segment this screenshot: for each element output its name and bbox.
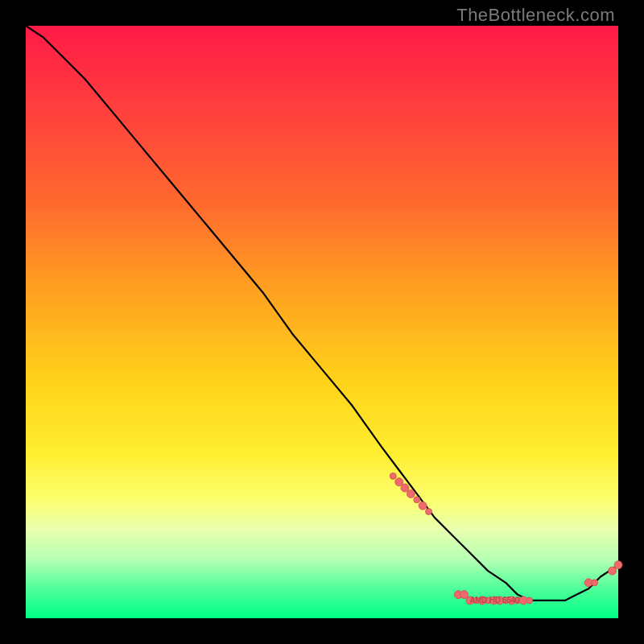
- data-dot: [419, 502, 427, 510]
- data-dot: [401, 484, 409, 492]
- data-dots: [390, 473, 622, 605]
- data-dot: [407, 489, 415, 497]
- chart-frame: TheBottleneck.com AMD HD 6540: [0, 0, 644, 644]
- data-dot: [395, 478, 403, 486]
- data-dot: [592, 580, 598, 586]
- data-dot: [460, 591, 469, 599]
- bottleneck-curve: [26, 26, 618, 601]
- data-dot: [526, 597, 533, 604]
- data-dot: [390, 473, 396, 479]
- chart-svg: AMD HD 6540: [26, 26, 618, 618]
- data-dot: [614, 561, 622, 569]
- attribution-label: TheBottleneck.com: [456, 5, 615, 26]
- data-dot: [426, 509, 432, 515]
- plot-area: AMD HD 6540: [26, 26, 618, 618]
- data-dot: [414, 497, 420, 503]
- data-dot: [609, 567, 617, 575]
- dot-annotation: AMD HD 6540: [469, 596, 519, 605]
